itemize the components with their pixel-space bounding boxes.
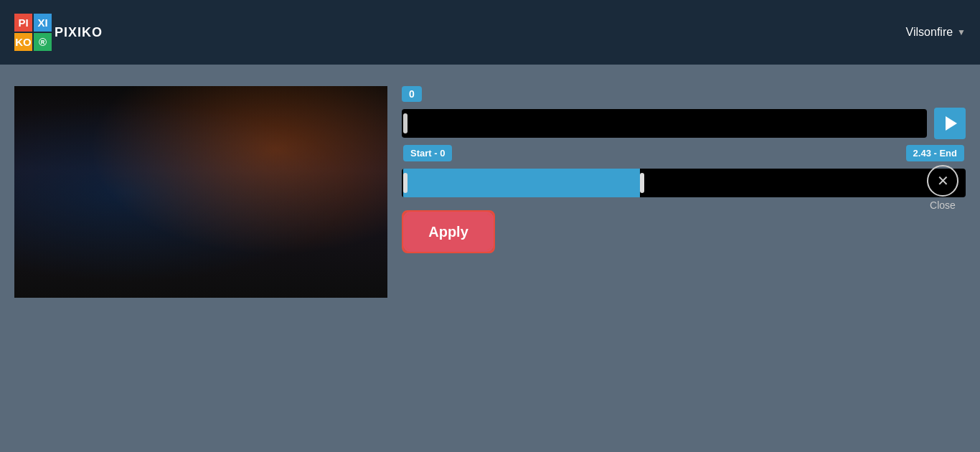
logo-cell-pi: PI xyxy=(14,14,32,32)
video-scene: 5401 San Leandro St. xyxy=(14,86,387,298)
end-badge: 2.43 - End xyxy=(906,145,964,161)
scrubber-row xyxy=(402,108,966,139)
logo-grid: PI XI KO ® xyxy=(14,14,52,51)
play-button[interactable] xyxy=(934,108,966,139)
logo-cell-r4: ® xyxy=(34,33,52,51)
logo-cell-ko: KO xyxy=(14,33,32,51)
close-x-icon: ✕ xyxy=(937,172,949,189)
brand-name: PIXIKO xyxy=(55,25,103,40)
scrubber-track[interactable] xyxy=(402,109,927,138)
range-track[interactable] xyxy=(402,169,966,197)
close-label: Close xyxy=(930,199,956,211)
user-menu[interactable]: Vilsonfire ▼ xyxy=(906,26,966,39)
right-panel: 0 Start - 0 2.43 - End xyxy=(402,86,966,253)
logo: PI XI KO ® PIXIKO xyxy=(14,14,103,51)
close-section: ✕ Close xyxy=(927,165,958,211)
video-thumbnail: 5401 San Leandro St. xyxy=(14,86,387,298)
scene-overlay xyxy=(14,86,387,298)
range-labels: Start - 0 2.43 - End xyxy=(402,145,966,161)
time-badge: 0 xyxy=(402,86,422,102)
apply-button[interactable]: Apply xyxy=(405,214,491,250)
apply-button-wrapper: Apply xyxy=(402,210,966,253)
play-icon xyxy=(946,116,957,131)
main-content: 5401 San Leandro St. 0 xyxy=(0,65,980,452)
range-handle-right[interactable] xyxy=(640,173,644,193)
apply-button-highlight: Apply xyxy=(402,210,495,253)
timeline-section: 0 Start - 0 2.43 - End xyxy=(402,86,966,199)
close-button[interactable]: ✕ xyxy=(927,165,958,197)
range-track-container xyxy=(402,167,966,199)
username: Vilsonfire xyxy=(906,26,953,39)
scrubber-handle[interactable] xyxy=(403,113,407,133)
range-fill xyxy=(403,169,640,197)
logo-cell-xi: XI xyxy=(34,14,52,32)
chevron-down-icon: ▼ xyxy=(957,27,966,37)
header: PI XI KO ® PIXIKO Vilsonfire ▼ xyxy=(0,0,980,65)
range-handle-left[interactable] xyxy=(403,173,407,193)
start-badge: Start - 0 xyxy=(403,145,452,161)
